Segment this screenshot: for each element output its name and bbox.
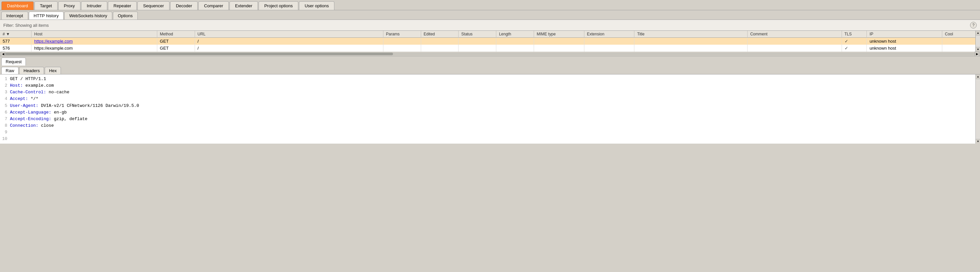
cell-extension (584, 45, 634, 52)
cell-title (634, 38, 747, 45)
inner-sub-tabs: Raw Headers Hex (0, 65, 980, 75)
filter-bar: Filter: Showing all items ? (0, 20, 980, 31)
tab-proxy[interactable]: Proxy (58, 1, 80, 10)
col-header-length[interactable]: Length (496, 31, 534, 38)
tab-repeater[interactable]: Repeater (108, 1, 137, 10)
hscroll-right-arrow[interactable]: ▶ (975, 52, 979, 56)
vscroll-up-arrow[interactable]: ▲ (976, 75, 980, 79)
cell-mime-type (534, 45, 584, 52)
tab-sequencer[interactable]: Sequencer (137, 1, 170, 10)
col-header-title[interactable]: Title (634, 31, 747, 38)
table-row[interactable]: 577 https://example.com GET / ✓ unkn (0, 38, 980, 45)
code-line: 2 Host: example.com (2, 83, 974, 89)
code-line: 1 GET / HTTP/1.1 (2, 76, 974, 83)
inner-tab-hex[interactable]: Hex (45, 67, 61, 74)
h-scroll-area: ◀ ▶ (0, 52, 980, 56)
sub-nav: Intercept HTTP history WebSockets histor… (0, 10, 980, 20)
col-header-tls[interactable]: TLS (842, 31, 867, 38)
code-line: 7 Accept-Encoding: gzip, deflate (2, 116, 974, 122)
subtab-http-history[interactable]: HTTP history (29, 11, 64, 19)
col-header-extension[interactable]: Extension (584, 31, 634, 38)
cell-tls: ✓ (842, 45, 867, 52)
col-header-status[interactable]: Status (458, 31, 496, 38)
inner-tab-raw[interactable]: Raw (1, 67, 19, 74)
col-header-params[interactable]: Params (383, 31, 421, 38)
cell-host: https://example.com (32, 45, 157, 52)
code-panel: 1 GET / HTTP/1.1 2 Host: example.com 3 C… (0, 75, 980, 144)
code-line: 5 User-Agent: DVIA-v2/1 CFNetwork/1126 D… (2, 103, 974, 109)
tab-user-options[interactable]: User options (299, 1, 334, 10)
cell-num: 577 (0, 38, 32, 45)
cell-num: 576 (0, 45, 32, 52)
subtab-websockets-history[interactable]: WebSockets history (64, 11, 112, 19)
cell-url: / (195, 45, 383, 52)
cell-comment (747, 38, 842, 45)
top-nav: Dashboard Target Proxy Intruder Repeater… (0, 0, 980, 10)
tab-comparer[interactable]: Comparer (198, 1, 229, 10)
cell-mime-type (534, 38, 584, 45)
cell-length (496, 38, 534, 45)
hscroll-thumb (5, 52, 393, 55)
tab-dashboard[interactable]: Dashboard (1, 1, 34, 10)
cell-comment (747, 45, 842, 52)
cell-params (383, 38, 421, 45)
col-header-url[interactable]: URL (195, 31, 383, 38)
http-history-table-wrapper: # ▼ Host Method URL Params Edited Status… (0, 31, 980, 56)
cell-cool (942, 45, 980, 52)
vscroll-track (976, 79, 980, 139)
cell-url: / (195, 38, 383, 45)
cell-ip: unknown host (867, 38, 942, 45)
vscroll-track (976, 35, 980, 47)
code-line: 8 Connection: close (2, 122, 974, 129)
cell-status (458, 45, 496, 52)
filter-text: Filter: Showing all items (3, 23, 49, 28)
cell-edited (421, 45, 458, 52)
cell-ip: unknown host (867, 45, 942, 52)
col-header-ip[interactable]: IP (867, 31, 942, 38)
cell-title (634, 45, 747, 52)
cell-status (458, 38, 496, 45)
col-header-mime-type[interactable]: MIME type (534, 31, 584, 38)
cell-host: https://example.com (32, 38, 157, 45)
table-row[interactable]: 576 https://example.com GET / ✓ unkn (0, 45, 980, 52)
table-vscrollbar[interactable]: ▲ ▼ (975, 31, 980, 52)
subtab-options[interactable]: Options (113, 11, 138, 19)
request-panel-tabs: Request (0, 56, 980, 65)
cell-cool (942, 38, 980, 45)
tab-project-options[interactable]: Project options (259, 1, 298, 10)
vscroll-down-arrow[interactable]: ▼ (976, 47, 980, 52)
http-history-table: # ▼ Host Method URL Params Edited Status… (0, 31, 980, 52)
code-line: 10 (2, 136, 974, 142)
col-header-cool[interactable]: Cool (942, 31, 980, 38)
cell-tls: ✓ (842, 38, 867, 45)
cell-edited (421, 38, 458, 45)
cell-method: GET (157, 38, 195, 45)
cell-params (383, 45, 421, 52)
code-vscrollbar: ▲ ▼ (975, 75, 980, 144)
inner-tab-headers[interactable]: Headers (19, 67, 44, 74)
request-code-area[interactable]: 1 GET / HTTP/1.1 2 Host: example.com 3 C… (0, 75, 975, 144)
tab-request[interactable]: Request (1, 57, 26, 65)
help-button[interactable]: ? (970, 22, 977, 29)
subtab-intercept[interactable]: Intercept (1, 11, 28, 19)
cell-length (496, 45, 534, 52)
col-header-comment[interactable]: Comment (747, 31, 842, 38)
col-header-host[interactable]: Host (32, 31, 157, 38)
tab-target[interactable]: Target (35, 1, 57, 10)
tab-extender[interactable]: Extender (229, 1, 258, 10)
vscroll-down-arrow[interactable]: ▼ (976, 139, 980, 144)
col-header-num[interactable]: # ▼ (0, 31, 32, 38)
code-line: 9 (2, 129, 974, 136)
tab-intruder[interactable]: Intruder (81, 1, 107, 10)
code-line: 6 Accept-Language: en-gb (2, 109, 974, 116)
cell-method: GET (157, 45, 195, 52)
hscroll-left-arrow[interactable]: ◀ (1, 52, 5, 56)
tab-decoder[interactable]: Decoder (170, 1, 198, 10)
col-header-edited[interactable]: Edited (421, 31, 458, 38)
col-header-method[interactable]: Method (157, 31, 195, 38)
code-line: 3 Cache-Control: no-cache (2, 89, 974, 95)
cell-extension (584, 38, 634, 45)
code-line: 4 Accept: */* (2, 95, 974, 102)
hscroll-track (5, 52, 975, 55)
vscroll-up-arrow[interactable]: ▲ (976, 31, 980, 35)
